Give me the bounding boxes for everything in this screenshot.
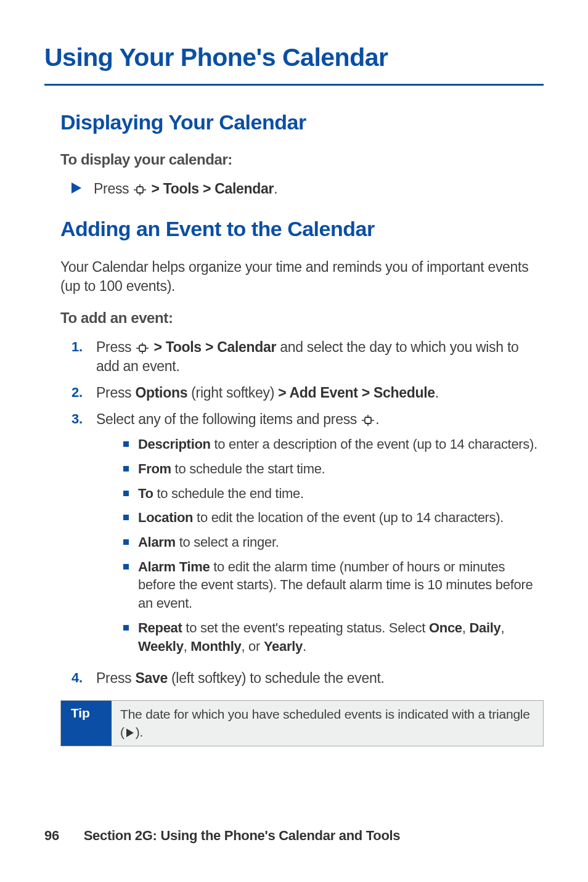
svg-rect-0 xyxy=(137,187,143,193)
step-number: 3. xyxy=(71,410,96,428)
right-triangle-icon xyxy=(126,729,134,737)
page-number: 96 xyxy=(44,828,59,843)
text-press: Press xyxy=(94,181,133,197)
svg-rect-5 xyxy=(139,345,145,351)
sub-items: Description to enter a description of th… xyxy=(96,435,544,655)
step-text: Press > Tools > Calendar. xyxy=(94,179,277,198)
center-key-icon xyxy=(136,343,149,354)
period: . xyxy=(274,181,277,197)
list-item: Alarm to select a ringer. xyxy=(123,533,544,552)
step-display-calendar: Press > Tools > Calendar. xyxy=(60,179,544,198)
subheading-to-add: To add an event: xyxy=(60,309,544,327)
step-number: 4. xyxy=(71,669,96,687)
svg-rect-10 xyxy=(365,417,371,423)
list-item: Alarm Time to edit the alarm time (numbe… xyxy=(123,558,544,613)
step-content: Press Options (right softkey) > Add Even… xyxy=(96,383,544,402)
right-arrow-icon xyxy=(71,182,81,194)
heading-adding-event: Adding an Event to the Calendar xyxy=(60,217,544,241)
list-item: 1. Press > Tools > Calendar and select t… xyxy=(71,338,544,376)
page-footer: 96 Section 2G: Using the Phone's Calenda… xyxy=(44,828,400,844)
list-item: Description to enter a description of th… xyxy=(123,435,544,454)
list-item: To to schedule the end time. xyxy=(123,484,544,503)
page-title: Using Your Phone's Calendar xyxy=(44,43,544,86)
tip-content: The date for which you have scheduled ev… xyxy=(112,701,543,746)
subheading-to-display: To display your calendar: xyxy=(60,151,544,168)
heading-displaying-calendar: Displaying Your Calendar xyxy=(60,110,544,134)
section-adding-event: Adding an Event to the Calendar Your Cal… xyxy=(44,217,544,746)
intro-text: Your Calendar helps organize your time a… xyxy=(60,258,544,296)
section-displaying-calendar: Displaying Your Calendar To display your… xyxy=(44,110,544,198)
step-number: 1. xyxy=(71,338,96,356)
step-content: Press > Tools > Calendar and select the … xyxy=(96,338,544,376)
center-key-icon xyxy=(134,184,146,195)
nav-path: > Tools > Calendar xyxy=(151,181,274,197)
step-content: Select any of the following items and pr… xyxy=(96,410,544,661)
footer-section: Section 2G: Using the Phone's Calendar a… xyxy=(84,828,401,843)
list-item: 3. Select any of the following items and… xyxy=(71,410,544,661)
step-number: 2. xyxy=(71,383,96,402)
list-item: 4. Press Save (left softkey) to schedule… xyxy=(71,669,544,688)
tip-label: Tip xyxy=(61,701,112,746)
list-item: Location to edit the location of the eve… xyxy=(123,508,544,527)
list-item: Repeat to set the event's repeating stat… xyxy=(123,619,544,655)
document-page: Using Your Phone's Calendar Displaying Y… xyxy=(0,0,588,882)
numbered-steps: 1. Press > Tools > Calendar and select t… xyxy=(60,338,544,688)
tip-box: Tip The date for which you have schedule… xyxy=(60,700,544,746)
step-content: Press Save (left softkey) to schedule th… xyxy=(96,669,544,688)
list-item: 2. Press Options (right softkey) > Add E… xyxy=(71,383,544,402)
center-key-icon xyxy=(362,415,374,426)
list-item: From to schedule the start time. xyxy=(123,460,544,478)
